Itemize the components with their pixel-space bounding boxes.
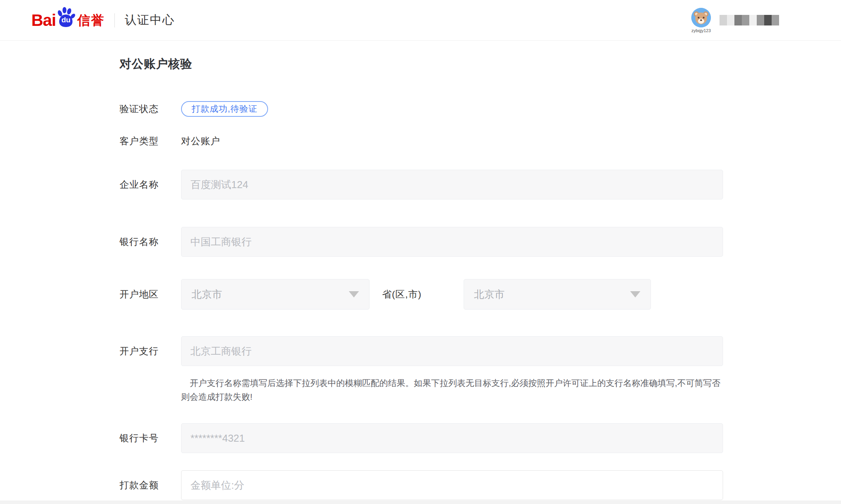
account-region-label: 开户地区 — [120, 288, 181, 301]
branch-note-text: 开户支行名称需填写后选择下拉列表中的模糊匹配的结果。如果下拉列表无目标支行,必须… — [181, 376, 726, 404]
card-number-input — [181, 423, 723, 453]
page-title: 对公账户核验 — [120, 57, 841, 71]
main-content: 对公账户核验 验证状态 打款成功,待验证 客户类型 对公账户 企业名称 银行名称… — [0, 57, 841, 500]
user-avatar-block[interactable]: zybqjy123 — [691, 8, 711, 33]
bank-branch-row: 开户支行 — [120, 336, 841, 366]
company-name-row: 企业名称 — [120, 170, 841, 199]
customer-type-row: 客户类型 对公账户 — [120, 135, 841, 147]
bank-name-input — [181, 227, 723, 257]
logo-text-bai: Bai — [31, 12, 56, 29]
customer-type-label: 客户类型 — [120, 135, 181, 147]
bank-branch-label: 开户支行 — [120, 345, 181, 357]
header-divider — [114, 13, 115, 27]
bank-name-row: 银行名称 — [120, 227, 841, 257]
logo-text-xinyu: 信誉 — [77, 14, 105, 27]
customer-type-value: 对公账户 — [181, 135, 220, 147]
logo-text-du: du — [62, 16, 71, 24]
card-number-label: 银行卡号 — [120, 432, 181, 444]
caret-down-icon — [349, 291, 359, 297]
caret-down-icon — [630, 291, 640, 297]
bank-branch-input — [181, 336, 723, 366]
card-number-row: 银行卡号 — [120, 423, 841, 453]
payment-amount-row: 打款金额 — [120, 470, 841, 500]
company-name-label: 企业名称 — [120, 178, 181, 191]
bear-avatar-icon[interactable] — [691, 8, 711, 27]
verify-status-label: 验证状态 — [120, 103, 181, 115]
account-region-row: 开户地区 北京市 省(区,市) 北京市 — [120, 279, 841, 310]
verify-status-row: 验证状态 打款成功,待验证 — [120, 101, 841, 117]
bank-name-label: 银行名称 — [120, 236, 181, 248]
header-title: 认证中心 — [125, 12, 175, 28]
brand-area: Bai du 信誉 认证中心 — [31, 12, 175, 29]
baidu-paw-icon: du — [56, 7, 76, 29]
top-header: Bai du 信誉 认证中心 — [0, 0, 841, 41]
province-select-value: 北京市 — [192, 288, 222, 301]
baidu-xinyu-logo[interactable]: Bai du 信誉 — [31, 12, 105, 29]
payment-amount-input[interactable] — [181, 470, 723, 500]
city-select[interactable]: 北京市 — [464, 279, 651, 310]
redacted-user-info — [720, 15, 779, 25]
province-select[interactable]: 北京市 — [181, 279, 370, 310]
bottom-edge-strip — [0, 500, 841, 504]
user-area: zybqjy123 — [691, 8, 779, 33]
payment-amount-label: 打款金额 — [120, 479, 181, 491]
username-text: zybqjy123 — [691, 28, 711, 33]
company-name-input — [181, 170, 723, 199]
city-select-value: 北京市 — [474, 288, 505, 301]
status-badge: 打款成功,待验证 — [181, 101, 268, 117]
region-middle-label: 省(区,市) — [382, 288, 422, 301]
